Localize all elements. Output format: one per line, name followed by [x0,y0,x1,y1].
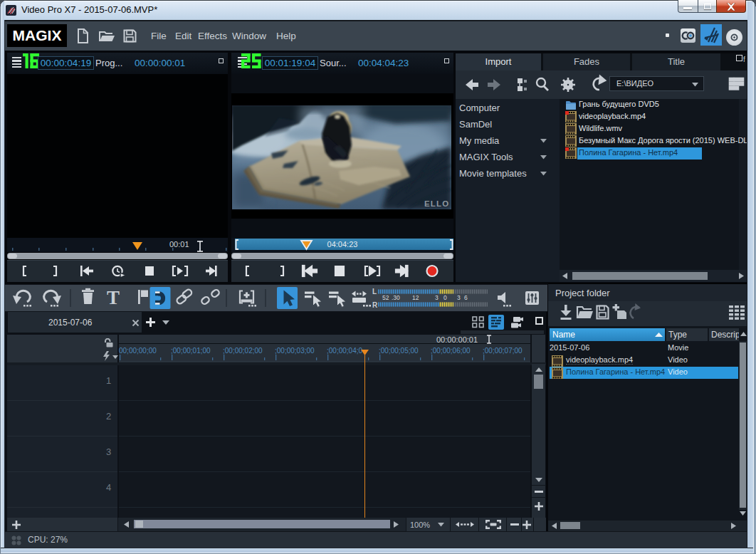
svg-text:ELLO: ELLO [424,199,449,208]
svg-text:L: L [372,288,377,296]
svg-text:52: 52 [382,294,389,301]
svg-text:.30: .30 [392,294,400,301]
svg-text:T: T [107,287,120,308]
svg-text:0: 0 [443,294,447,301]
svg-text:12: 12 [412,294,419,301]
svg-text:R: R [372,301,378,309]
svg-text:6: 6 [464,294,468,301]
svg-text:3: 3 [435,294,439,301]
svg-text:3: 3 [457,294,461,301]
